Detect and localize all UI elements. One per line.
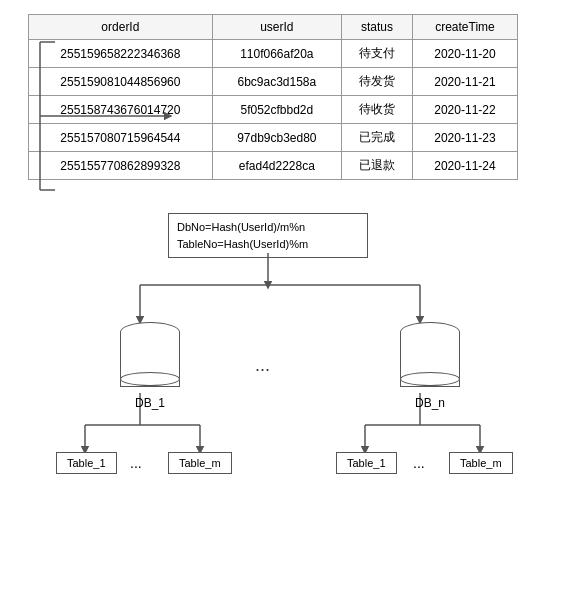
dbn-cylinder	[400, 322, 460, 392]
table-cell: 已完成	[341, 124, 412, 152]
table-cell: 2020-11-23	[412, 124, 517, 152]
table-row: 25515708071596454497db9cb3ed80已完成2020-11…	[29, 124, 518, 152]
db1-cylinder	[120, 322, 180, 392]
dbn-tablem: Table_m	[449, 452, 513, 474]
table-cell: 2020-11-24	[412, 152, 517, 180]
table-row: 255155770862899328efad4d2228ca已退款2020-11…	[29, 152, 518, 180]
db1-tablem: Table_m	[168, 452, 232, 474]
db1-table-dots: ...	[130, 455, 142, 471]
table-header-cell: userId	[212, 15, 341, 40]
dbn-bottom	[400, 372, 460, 386]
table-cell: 255159658222346368	[29, 40, 213, 68]
table-cell: 255159081044856960	[29, 68, 213, 96]
dbn-table1: Table_1	[336, 452, 397, 474]
db1-label: DB_1	[135, 396, 165, 410]
formula-line2: TableNo=Hash(UserId)%m	[177, 238, 308, 250]
dbn-body	[400, 332, 460, 387]
table-cell: 6bc9ac3d158a	[212, 68, 341, 96]
table-cell: 待支付	[341, 40, 412, 68]
table-row: 2551587436760147205f052cfbbd2d待收货2020-11…	[29, 96, 518, 124]
table-cell: 2020-11-21	[412, 68, 517, 96]
table-body: 255159658222346368110f066af20a待支付2020-11…	[29, 40, 518, 180]
table-cell: 97db9cb3ed80	[212, 124, 341, 152]
table-cell: 255158743676014720	[29, 96, 213, 124]
db1-body	[120, 332, 180, 387]
dbn-table-dots: ...	[413, 455, 425, 471]
table-cell: efad4d2228ca	[212, 152, 341, 180]
db-dots: ...	[255, 355, 270, 376]
db1-container: DB_1	[110, 322, 190, 410]
table-cell: 2020-11-22	[412, 96, 517, 124]
dbn-container: DB_n	[390, 322, 470, 410]
table-cell: 255155770862899328	[29, 152, 213, 180]
dbn-label: DB_n	[415, 396, 445, 410]
table-header-cell: status	[341, 15, 412, 40]
db1-bottom	[120, 372, 180, 386]
table-header: orderIduserIdstatuscreateTime	[29, 15, 518, 40]
formula-line1: DbNo=Hash(UserId)/m%n	[177, 221, 305, 233]
table-cell: 110f066af20a	[212, 40, 341, 68]
table-cell: 2020-11-20	[412, 40, 517, 68]
order-table: orderIduserIdstatuscreateTime 2551596582…	[28, 14, 518, 180]
table-cell: 5f052cfbbd2d	[212, 96, 341, 124]
table-header-cell: orderId	[29, 15, 213, 40]
table-cell: 待发货	[341, 68, 412, 96]
table-header-cell: createTime	[412, 15, 517, 40]
table-row: 255159658222346368110f066af20a待支付2020-11…	[29, 40, 518, 68]
table-row: 2551590810448569606bc9ac3d158a待发货2020-11…	[29, 68, 518, 96]
table-cell: 已退款	[341, 152, 412, 180]
formula-box: DbNo=Hash(UserId)/m%n TableNo=Hash(UserI…	[168, 213, 368, 258]
db1-table1: Table_1	[56, 452, 117, 474]
table-cell: 待收货	[341, 96, 412, 124]
table-cell: 255157080715964544	[29, 124, 213, 152]
